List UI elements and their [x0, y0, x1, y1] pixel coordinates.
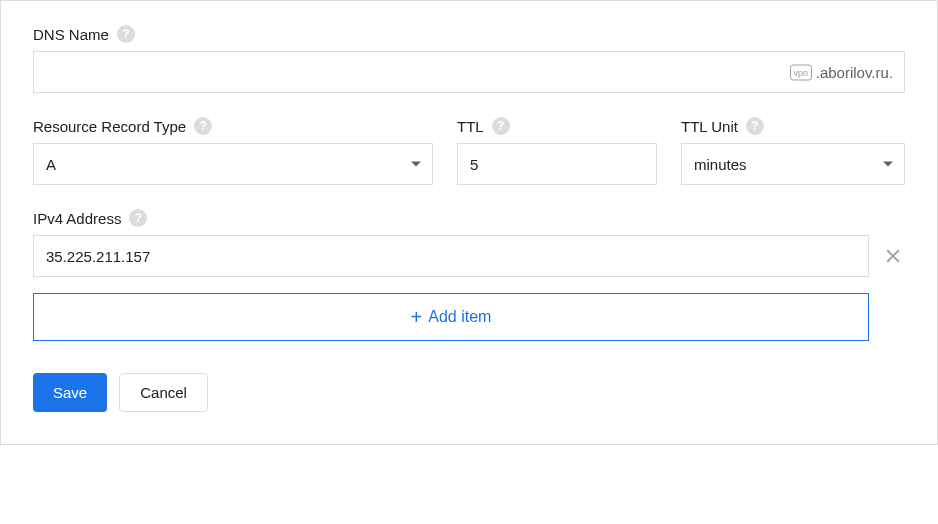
add-item-label: Add item: [428, 308, 491, 326]
action-button-row: Save Cancel: [33, 373, 905, 412]
ipv4-input-row: [33, 235, 905, 277]
cancel-button[interactable]: Cancel: [119, 373, 208, 412]
dns-name-suffix-text: .aborilov.ru.: [816, 64, 893, 81]
ttl-label: TTL: [457, 118, 484, 135]
ipv4-field-group: IPv4 Address ? + Add item: [33, 209, 905, 341]
ttl-field-group: TTL ?: [457, 117, 657, 185]
dns-name-label: DNS Name: [33, 26, 109, 43]
record-type-select[interactable]: [33, 143, 433, 185]
ttl-unit-select-wrapper: [681, 143, 905, 185]
save-button[interactable]: Save: [33, 373, 107, 412]
dns-record-form: DNS Name ? vpn .aborilov.ru. Resource Re…: [0, 0, 938, 445]
ipv4-label: IPv4 Address: [33, 210, 121, 227]
ipv4-input[interactable]: [33, 235, 869, 277]
help-icon[interactable]: ?: [492, 117, 510, 135]
ttl-unit-select[interactable]: [681, 143, 905, 185]
help-icon[interactable]: ?: [194, 117, 212, 135]
ttl-unit-field-group: TTL Unit ?: [681, 117, 905, 185]
help-icon[interactable]: ?: [129, 209, 147, 227]
ttl-unit-label: TTL Unit: [681, 118, 738, 135]
help-icon[interactable]: ?: [746, 117, 764, 135]
ttl-label-row: TTL ?: [457, 117, 657, 135]
ttl-input[interactable]: [457, 143, 657, 185]
record-type-label: Resource Record Type: [33, 118, 186, 135]
record-ttl-row: Resource Record Type ? TTL ? TTL Unit ?: [33, 117, 905, 185]
dns-name-input[interactable]: [33, 51, 905, 93]
remove-item-button[interactable]: [881, 244, 905, 268]
dns-name-field-group: DNS Name ? vpn .aborilov.ru.: [33, 25, 905, 93]
ttl-unit-label-row: TTL Unit ?: [681, 117, 905, 135]
ipv4-label-row: IPv4 Address ?: [33, 209, 905, 227]
record-type-field-group: Resource Record Type ?: [33, 117, 433, 185]
help-icon[interactable]: ?: [117, 25, 135, 43]
close-icon: [882, 245, 904, 267]
dns-name-label-row: DNS Name ?: [33, 25, 905, 43]
record-type-select-wrapper: [33, 143, 433, 185]
key-hint-icon: vpn: [790, 64, 812, 80]
add-item-button[interactable]: + Add item: [33, 293, 869, 341]
record-type-label-row: Resource Record Type ?: [33, 117, 433, 135]
dns-name-suffix: vpn .aborilov.ru.: [790, 64, 893, 81]
dns-name-input-wrapper: vpn .aborilov.ru.: [33, 51, 905, 93]
plus-icon: +: [411, 307, 423, 327]
